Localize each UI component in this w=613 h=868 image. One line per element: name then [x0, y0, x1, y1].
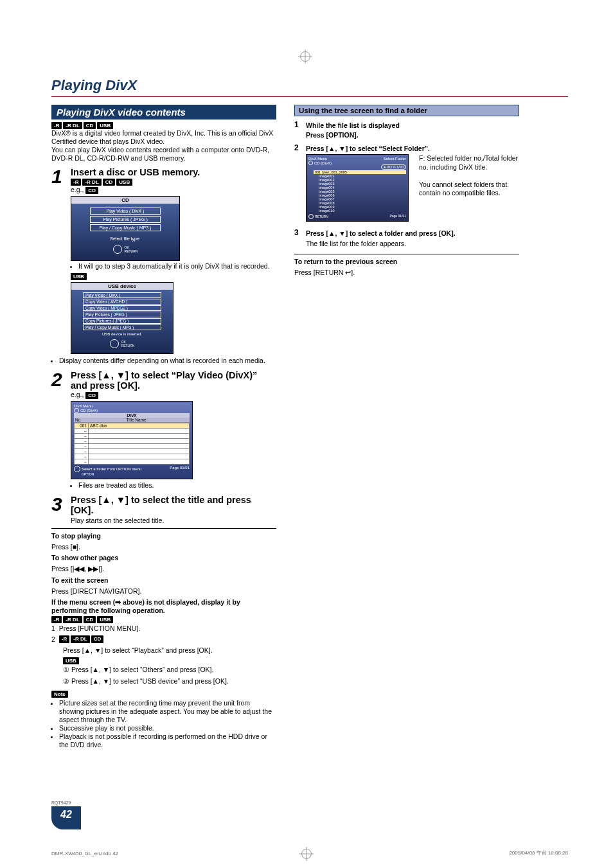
ok-icon	[74, 466, 80, 472]
step-1: 1 Insert a disc or USB memory. -R -R DL …	[51, 167, 276, 355]
pages-heading: To show other pages	[51, 554, 118, 562]
pages-body: Press [|◀◀, ▶▶|].	[51, 565, 276, 573]
registration-mark-top	[300, 51, 313, 64]
note-item: Playback is not possible if recording is…	[59, 732, 276, 749]
usb-menu-screenshot: USB device Play Video ( DivX ) Copy Vide…	[71, 282, 173, 354]
screenshot-button: Copy Video ( AVCHD )	[83, 299, 161, 305]
disc-icon	[308, 161, 313, 165]
ok-icon	[308, 214, 314, 219]
page-number-badge: 42	[51, 806, 81, 829]
tree-page: Page 01/01	[389, 214, 406, 219]
bullet: Files are treated as titles.	[78, 481, 276, 490]
list-col: No	[74, 418, 88, 422]
media-tag: -R	[51, 616, 62, 623]
title-rule	[51, 96, 568, 97]
screenshot-button: Copy Video ( MPEG2 )	[83, 305, 161, 311]
return-heading: To return to the previous screen	[294, 258, 397, 265]
r-step-3-sub: The file list for the folder appears.	[306, 240, 456, 248]
menu-heading: If the menu screen (➡ above) is not disp…	[51, 598, 240, 614]
media-tag: USB	[63, 657, 79, 664]
step-sub: Play starts on the selected title.	[71, 517, 276, 525]
list-col: Title Name	[88, 418, 184, 422]
media-tag: -R DL	[71, 635, 89, 643]
return-label: RETURN	[125, 249, 138, 253]
exit-body: Press [DIRECT NAVIGATOR].	[51, 587, 276, 596]
screenshot-caption: Select file type.	[110, 236, 140, 241]
return-label: RETURN	[315, 215, 328, 218]
cd-menu-screenshot: CD Play Video ( DivX ) Play Pictures ( J…	[71, 196, 180, 261]
r-step-3-head: Press [▲, ▼] to select a folder and pres…	[306, 229, 456, 238]
list-header: DivX	[74, 413, 190, 418]
option-label: OPTION	[82, 472, 190, 476]
media-tag: USB	[97, 122, 113, 129]
footer-code: RQT9429	[51, 801, 81, 805]
tree-screenshot: DivX Menu Select Folder CD (DivX) F 01/ …	[306, 154, 409, 222]
footer-right: 2009/04/08 午前 10:06:28	[509, 849, 568, 856]
media-tag: USB	[97, 616, 113, 623]
bullet: It will go to step 3 automatically if it…	[78, 262, 276, 270]
eg-label: e.g.,	[71, 391, 85, 398]
divx-list-screenshot: DivX Menu CD (DivX) DivX No Title Name	[71, 401, 193, 479]
step-number: 3	[51, 495, 66, 526]
r-step-number: 2	[294, 143, 302, 222]
media-tag: CD	[85, 187, 98, 194]
ok-icon	[110, 339, 119, 348]
eg-label: e.g.,	[71, 186, 85, 193]
media-tag: CD	[85, 392, 98, 399]
r-step-number: 3	[294, 228, 302, 249]
screenshot-button: Play / Copy Music ( MP3 )	[90, 224, 161, 231]
right-column: Using the tree screen to find a folder 1…	[294, 105, 519, 750]
stop-body: Press [■].	[51, 543, 276, 551]
media-tags-top: -R -R DL CD USB	[51, 122, 276, 129]
screenshot-button: Copy Pictures ( JPEG )	[83, 318, 161, 324]
divider	[294, 254, 519, 254]
media-tag: CD	[84, 122, 96, 129]
media-tag: CD	[84, 616, 96, 623]
page-footer: RQT9429 42	[51, 801, 81, 829]
screenshot-button: Play Pictures ( JPEG )	[83, 312, 161, 317]
media-tag: -R DL	[63, 122, 82, 129]
menu-usb-2: ② Press [▲, ▼] to select “USB device” an…	[63, 677, 276, 686]
screenshot-button: Play / Copy Music ( MP3 )	[83, 324, 161, 330]
disc-icon	[74, 408, 79, 413]
media-tag: -R	[71, 179, 81, 186]
r-step-2: 2 Press [▲, ▼] to select “Select Folder”…	[294, 143, 519, 222]
step-2: 2 Press [▲, ▼] to select “Play Video (Di…	[51, 370, 276, 491]
tree-media: CD (DivX)	[314, 161, 332, 165]
tree-badge: F 01/ G 1/20	[381, 164, 406, 170]
screenshot-header: CD	[71, 197, 179, 204]
note-item: Successive play is not possible.	[59, 724, 276, 732]
footer-left: DMR-XW450_GL_en.indb 42	[51, 851, 118, 856]
step-number: 1	[51, 167, 66, 355]
tree-opt: Select Folder	[384, 157, 406, 161]
screenshot-header: USB device	[71, 283, 173, 290]
screenshot-button: Play Pictures ( JPEG )	[90, 216, 161, 223]
list-foot-hint: Select a folder from OPTION menu.	[82, 467, 143, 471]
r-step-1-line-2: Press [OPTION].	[306, 131, 400, 139]
screenshot-button: Play Video ( DivX )	[90, 208, 161, 215]
return-body: Press [RETURN ↩].	[294, 269, 519, 277]
media-tag: CD	[103, 179, 116, 186]
bullet: Display contents differ depending on wha…	[59, 357, 276, 365]
manual-page: Playing DivX Playing DivX video contents…	[0, 0, 613, 868]
screenshot-caption: USB device is inserted.	[102, 332, 142, 336]
step-heading: Insert a disc or USB memory.	[71, 167, 276, 177]
r-step-1: 1 While the file list is displayed Press…	[294, 120, 519, 141]
menu-step-2-body: Press [▲, ▼] to select “Playback” and pr…	[63, 646, 276, 655]
divider	[51, 528, 276, 529]
media-tag: -R	[51, 122, 62, 129]
media-tag: -R DL	[82, 179, 101, 186]
page-title: Playing DivX	[51, 77, 568, 94]
left-column: Playing DivX video contents -R -R DL CD …	[51, 105, 276, 750]
stop-heading: To stop playing	[51, 532, 101, 540]
tree-note-1: F: Selected folder no./Total folder no. …	[419, 154, 519, 171]
sub-section-bar: Using the tree screen to find a folder	[294, 105, 519, 116]
columns: Playing DivX video contents -R -R DL CD …	[51, 105, 568, 750]
step-heading: Press [▲, ▼] to select the title and pre…	[71, 495, 276, 515]
media-tag: CD	[91, 635, 104, 643]
list-title: DivX Menu	[74, 404, 93, 408]
intro-text-1: DivX® is a digital video format created …	[51, 129, 276, 146]
step-number: 2	[51, 370, 66, 491]
r-step-3: 3 Press [▲, ▼] to select a folder and pr…	[294, 228, 519, 249]
step-3: 3 Press [▲, ▼] to select the title and p…	[51, 495, 276, 526]
